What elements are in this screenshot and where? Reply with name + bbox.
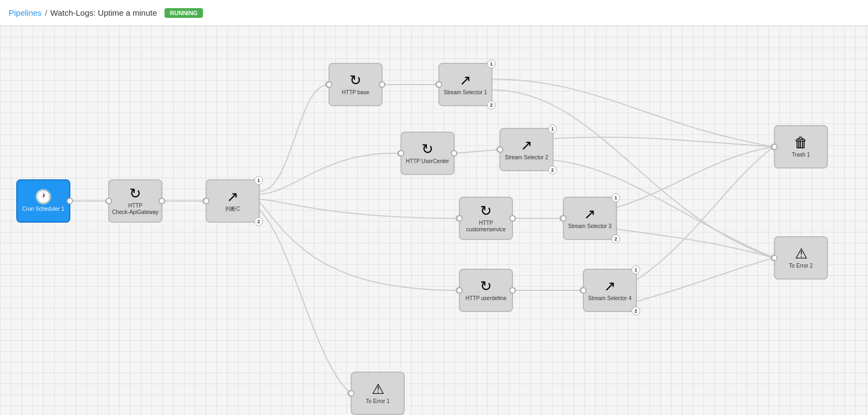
node-stream-selector-2[interactable]: ↗ Stream Selector 2 1 2 (499, 128, 554, 171)
status-badge: RUNNING (165, 8, 203, 18)
input-port (106, 198, 112, 204)
node-label: Stream Selector 2 (503, 154, 550, 161)
input-port (456, 287, 463, 294)
node-label: Stream Selector 3 (566, 223, 614, 230)
input-port (560, 215, 567, 222)
port-badge-2: 2 (254, 217, 263, 226)
node-label: HTTP UserCenter (404, 158, 451, 165)
warning-icon: ⚠ (372, 382, 384, 396)
port-badge-1: 1 (611, 193, 620, 202)
stream-icon: ↗ (584, 207, 596, 221)
node-label: Trash 1 (790, 152, 812, 158)
header: Pipelines / Watch-Logs: Uptime a minute … (0, 0, 868, 26)
node-stream-selector-4[interactable]: ↗ Stream Selector 4 1 2 (583, 269, 637, 312)
output-port (379, 81, 385, 88)
stream-icon: ↗ (604, 279, 616, 293)
input-port (580, 287, 587, 294)
http-icon: ↻ (129, 186, 141, 200)
http-icon: ↻ (422, 142, 433, 156)
node-to-error-2[interactable]: ⚠ To Error 2 (774, 236, 828, 280)
port-badge-1: 1 (548, 125, 557, 133)
stream-icon: ↗ (521, 138, 532, 152)
node-stream-selector-3[interactable]: ↗ Stream Selector 3 1 2 (563, 197, 617, 240)
port-badge-2: 2 (632, 307, 640, 315)
node-label: HTTP userdefine (463, 295, 508, 302)
input-port (771, 255, 778, 261)
node-label: 判断C (223, 206, 242, 212)
pipelines-link[interactable]: Pipelines (9, 8, 42, 17)
input-port (436, 81, 442, 88)
output-port (509, 287, 516, 294)
port-badge-1: 1 (632, 265, 640, 274)
pipeline-canvas: 🕐 Cron Scheduler 1 ↻ HTTPCheck-ApiGatewa… (0, 26, 868, 415)
node-label: HTTP base (340, 89, 371, 96)
clock-icon: 🕐 (35, 190, 52, 204)
node-label: HTTPCheck-ApiGateway (110, 203, 161, 216)
input-port (326, 81, 332, 88)
split-icon: ↗ (227, 190, 239, 204)
input-port (456, 215, 463, 222)
node-label: To Error 1 (364, 398, 392, 405)
node-http-customerservice[interactable]: ↻ HTTPcustomerservice (459, 197, 513, 240)
http-icon: ↻ (350, 73, 361, 87)
stream-icon: ↗ (459, 73, 471, 87)
port-badge-1: 1 (487, 60, 496, 68)
warning-icon: ⚠ (795, 247, 807, 261)
input-port (771, 144, 778, 150)
port-badge-2: 2 (611, 235, 620, 243)
node-cron-scheduler-1[interactable]: 🕐 Cron Scheduler 1 (16, 179, 70, 223)
port-badge-2: 2 (548, 166, 557, 174)
input-port (348, 390, 354, 397)
node-http-check-apigateway[interactable]: ↻ HTTPCheck-ApiGateway (108, 179, 162, 223)
node-to-error-1[interactable]: ⚠ To Error 1 (351, 372, 405, 415)
header-separator: / (45, 8, 47, 17)
http-icon: ↻ (480, 204, 492, 218)
port-badge-2: 2 (487, 101, 496, 109)
svg-line-3 (455, 150, 499, 153)
node-http-userdefine[interactable]: ↻ HTTP userdefine (459, 269, 513, 312)
trash-icon: 🗑 (794, 135, 808, 150)
node-label: Stream Selector 1 (442, 89, 489, 96)
node-label: Stream Selector 4 (586, 295, 634, 302)
output-port (67, 198, 73, 204)
input-port (203, 198, 209, 204)
output-port (451, 150, 457, 157)
input-port (398, 150, 404, 157)
http-icon: ↻ (480, 279, 492, 293)
node-http-base[interactable]: ↻ HTTP base (328, 63, 383, 106)
page-title: Watch-Logs: Uptime a minute (50, 8, 157, 17)
input-port (497, 146, 503, 153)
output-port (159, 198, 165, 204)
node-label: To Error 2 (787, 263, 815, 269)
node-http-usercenter[interactable]: ↻ HTTP UserCenter (400, 132, 455, 175)
node-judge-c[interactable]: ↗ 判断C 1 2 (206, 179, 260, 223)
node-label: HTTPcustomerservice (464, 220, 508, 233)
port-badge-1: 1 (254, 176, 263, 185)
output-port (509, 215, 516, 222)
node-label: Cron Scheduler 1 (20, 206, 67, 212)
node-trash-1[interactable]: 🗑 Trash 1 (774, 125, 828, 168)
node-stream-selector-1[interactable]: ↗ Stream Selector 1 1 2 (438, 63, 492, 106)
